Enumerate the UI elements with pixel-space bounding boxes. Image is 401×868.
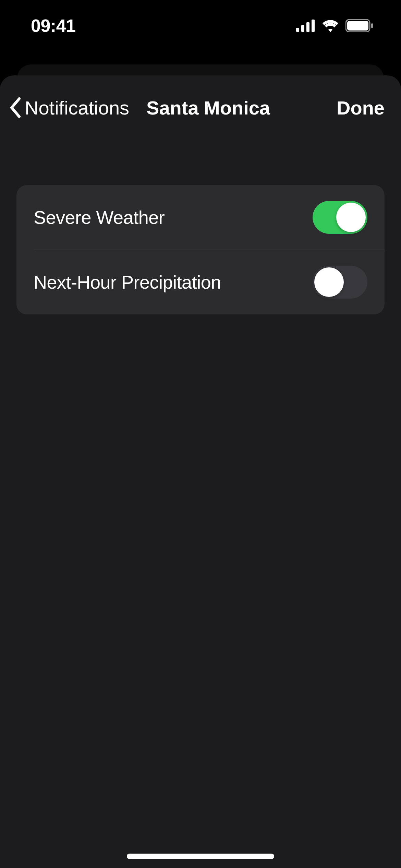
chevron-left-icon xyxy=(8,97,21,119)
navigation-header: Notifications Santa Monica Done xyxy=(0,75,401,123)
battery-icon xyxy=(345,19,374,32)
home-indicator[interactable] xyxy=(127,854,274,859)
settings-sheet: Notifications Santa Monica Done Severe W… xyxy=(0,75,401,868)
svg-rect-0 xyxy=(296,28,299,32)
cellular-signal-icon xyxy=(296,20,315,32)
toggle-knob xyxy=(314,267,344,297)
setting-label: Severe Weather xyxy=(34,207,165,228)
back-label: Notifications xyxy=(25,97,129,119)
next-hour-precipitation-toggle[interactable] xyxy=(313,266,367,299)
wifi-icon xyxy=(321,19,339,32)
setting-row-next-hour-precipitation: Next-Hour Precipitation xyxy=(34,250,385,314)
svg-rect-2 xyxy=(306,22,309,32)
page-title: Santa Monica xyxy=(146,97,270,119)
severe-weather-toggle[interactable] xyxy=(313,201,367,234)
svg-rect-6 xyxy=(371,23,373,28)
svg-rect-1 xyxy=(301,25,304,32)
settings-group: Severe Weather Next-Hour Precipitation xyxy=(16,185,385,314)
svg-rect-3 xyxy=(312,20,315,32)
toggle-knob xyxy=(336,203,366,232)
setting-label: Next-Hour Precipitation xyxy=(34,272,221,293)
status-bar: 09:41 xyxy=(0,0,401,51)
back-button[interactable]: Notifications xyxy=(8,97,129,119)
status-time: 09:41 xyxy=(31,15,76,36)
status-icons xyxy=(296,19,374,32)
setting-row-severe-weather: Severe Weather xyxy=(16,185,385,250)
done-button[interactable]: Done xyxy=(337,97,385,119)
svg-rect-5 xyxy=(347,21,368,31)
